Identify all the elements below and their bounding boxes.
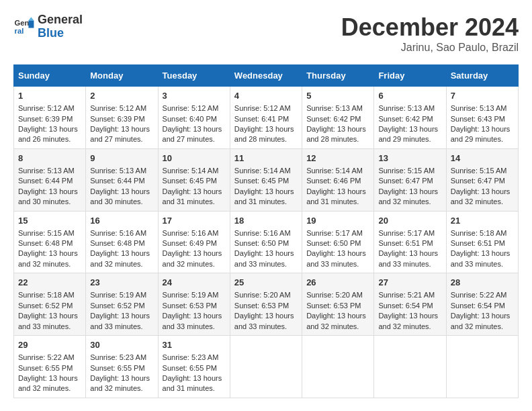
- day-number: 12: [306, 152, 369, 165]
- sunset-text: Sunset: 6:42 PM: [306, 115, 361, 123]
- daylight-text: Daylight: 13 hours and 28 minutes.: [306, 125, 366, 143]
- calendar-cell: 16 Sunrise: 5:16 AM Sunset: 6:48 PM Dayl…: [86, 211, 158, 273]
- sunset-text: Sunset: 6:54 PM: [451, 302, 505, 310]
- day-number: 19: [306, 215, 369, 227]
- sunrise-text: Sunrise: 5:13 AM: [18, 167, 75, 175]
- sunset-text: Sunset: 6:42 PM: [378, 115, 433, 123]
- day-number: 27: [378, 277, 441, 289]
- calendar-cell: 2 Sunrise: 5:12 AM Sunset: 6:39 PM Dayli…: [86, 87, 158, 149]
- sunset-text: Sunset: 6:51 PM: [451, 239, 505, 247]
- day-header-wednesday: Wednesday: [230, 65, 302, 87]
- day-header-monday: Monday: [86, 65, 158, 87]
- calendar-cell: 24 Sunrise: 5:19 AM Sunset: 6:53 PM Dayl…: [158, 273, 230, 336]
- daylight-text: Daylight: 13 hours and 33 minutes.: [18, 312, 78, 330]
- day-number: 31: [163, 339, 226, 351]
- calendar-cell: 29 Sunrise: 5:22 AM Sunset: 6:55 PM Dayl…: [14, 336, 86, 398]
- sunset-text: Sunset: 6:48 PM: [18, 239, 73, 247]
- sunset-text: Sunset: 6:48 PM: [90, 239, 144, 247]
- calendar-cell: [230, 336, 302, 398]
- day-header-thursday: Thursday: [302, 65, 374, 87]
- calendar-cell: 11 Sunrise: 5:14 AM Sunset: 6:45 PM Dayl…: [230, 148, 302, 211]
- calendar-week-0: 1 Sunrise: 5:12 AM Sunset: 6:39 PM Dayli…: [14, 87, 519, 149]
- logo-icon: Gene ral: [13, 16, 35, 38]
- day-number: 26: [306, 277, 369, 289]
- sunrise-text: Sunrise: 5:20 AM: [234, 291, 291, 299]
- sunset-text: Sunset: 6:47 PM: [378, 177, 433, 185]
- sunrise-text: Sunrise: 5:21 AM: [378, 291, 435, 299]
- daylight-text: Daylight: 13 hours and 31 minutes.: [163, 374, 222, 392]
- day-number: 21: [451, 215, 514, 227]
- sunrise-text: Sunrise: 5:23 AM: [90, 353, 146, 361]
- daylight-text: Daylight: 13 hours and 32 minutes.: [90, 374, 150, 392]
- day-number: 2: [90, 90, 153, 102]
- day-number: 4: [234, 90, 298, 102]
- sunset-text: Sunset: 6:39 PM: [90, 115, 144, 123]
- calendar-cell: 25 Sunrise: 5:20 AM Sunset: 6:53 PM Dayl…: [230, 273, 302, 336]
- daylight-text: Daylight: 13 hours and 33 minutes.: [451, 249, 511, 267]
- sunset-text: Sunset: 6:40 PM: [163, 115, 217, 123]
- calendar-cell: 28 Sunrise: 5:22 AM Sunset: 6:54 PM Dayl…: [446, 273, 518, 336]
- calendar-cell: 13 Sunrise: 5:15 AM Sunset: 6:47 PM Dayl…: [374, 148, 446, 211]
- calendar-cell: 27 Sunrise: 5:21 AM Sunset: 6:54 PM Dayl…: [374, 273, 446, 336]
- calendar-cell: 12 Sunrise: 5:14 AM Sunset: 6:46 PM Dayl…: [302, 148, 374, 211]
- calendar-cell: 1 Sunrise: 5:12 AM Sunset: 6:39 PM Dayli…: [14, 87, 86, 149]
- calendar-cell: 14 Sunrise: 5:15 AM Sunset: 6:47 PM Dayl…: [446, 148, 518, 211]
- day-number: 28: [451, 277, 514, 289]
- calendar-cell: 8 Sunrise: 5:13 AM Sunset: 6:44 PM Dayli…: [14, 148, 86, 211]
- calendar-week-1: 8 Sunrise: 5:13 AM Sunset: 6:44 PM Dayli…: [14, 148, 519, 211]
- calendar-table: SundayMondayTuesdayWednesdayThursdayFrid…: [13, 64, 519, 398]
- sunset-text: Sunset: 6:53 PM: [163, 302, 217, 310]
- sunrise-text: Sunrise: 5:19 AM: [163, 291, 219, 299]
- logo-text-line1: General: [38, 13, 83, 27]
- sunset-text: Sunset: 6:45 PM: [163, 177, 217, 185]
- calendar-cell: 7 Sunrise: 5:13 AM Sunset: 6:43 PM Dayli…: [446, 87, 518, 149]
- sunrise-text: Sunrise: 5:14 AM: [306, 167, 363, 175]
- page-header: Gene ral General Blue December 2024 Jari…: [13, 13, 519, 54]
- sunset-text: Sunset: 6:53 PM: [234, 302, 289, 310]
- sunset-text: Sunset: 6:55 PM: [90, 364, 144, 372]
- sunset-text: Sunset: 6:54 PM: [378, 302, 433, 310]
- sunset-text: Sunset: 6:45 PM: [234, 177, 289, 185]
- sunrise-text: Sunrise: 5:13 AM: [451, 104, 507, 112]
- sunrise-text: Sunrise: 5:15 AM: [378, 167, 435, 175]
- day-number: 14: [451, 152, 514, 165]
- sunrise-text: Sunrise: 5:19 AM: [90, 291, 146, 299]
- day-number: 8: [18, 152, 81, 165]
- logo-text-line2: Blue: [38, 27, 83, 40]
- sunrise-text: Sunrise: 5:17 AM: [306, 229, 363, 237]
- calendar-cell: 30 Sunrise: 5:23 AM Sunset: 6:55 PM Dayl…: [86, 336, 158, 398]
- calendar-cell: 15 Sunrise: 5:15 AM Sunset: 6:48 PM Dayl…: [14, 211, 86, 273]
- sunset-text: Sunset: 6:52 PM: [18, 302, 73, 310]
- day-header-friday: Friday: [374, 65, 446, 87]
- sunset-text: Sunset: 6:41 PM: [234, 115, 289, 123]
- calendar-cell: [446, 336, 518, 398]
- calendar-week-3: 22 Sunrise: 5:18 AM Sunset: 6:52 PM Dayl…: [14, 273, 519, 336]
- calendar-cell: 23 Sunrise: 5:19 AM Sunset: 6:52 PM Dayl…: [86, 273, 158, 336]
- daylight-text: Daylight: 13 hours and 33 minutes.: [306, 249, 366, 267]
- daylight-text: Daylight: 13 hours and 32 minutes.: [451, 312, 511, 330]
- day-number: 25: [234, 277, 298, 289]
- day-number: 9: [90, 152, 153, 165]
- location-subtitle: Jarinu, Sao Paulo, Brazil: [341, 42, 519, 54]
- calendar-header-row: SundayMondayTuesdayWednesdayThursdayFrid…: [14, 65, 519, 87]
- sunrise-text: Sunrise: 5:16 AM: [90, 229, 146, 237]
- sunset-text: Sunset: 6:52 PM: [90, 302, 144, 310]
- sunset-text: Sunset: 6:47 PM: [451, 177, 505, 185]
- sunrise-text: Sunrise: 5:15 AM: [451, 167, 507, 175]
- sunrise-text: Sunrise: 5:18 AM: [18, 291, 75, 299]
- sunset-text: Sunset: 6:49 PM: [163, 239, 217, 247]
- day-number: 5: [306, 90, 369, 102]
- calendar-cell: 21 Sunrise: 5:18 AM Sunset: 6:51 PM Dayl…: [446, 211, 518, 273]
- calendar-cell: 22 Sunrise: 5:18 AM Sunset: 6:52 PM Dayl…: [14, 273, 86, 336]
- daylight-text: Daylight: 13 hours and 27 minutes.: [90, 125, 150, 143]
- day-number: 11: [234, 152, 298, 165]
- day-number: 15: [18, 215, 81, 227]
- calendar-cell: 6 Sunrise: 5:13 AM Sunset: 6:42 PM Dayli…: [374, 87, 446, 149]
- daylight-text: Daylight: 13 hours and 31 minutes.: [234, 187, 294, 205]
- calendar-cell: 3 Sunrise: 5:12 AM Sunset: 6:40 PM Dayli…: [158, 87, 230, 149]
- sunset-text: Sunset: 6:55 PM: [163, 364, 217, 372]
- day-number: 13: [378, 152, 441, 165]
- daylight-text: Daylight: 13 hours and 28 minutes.: [234, 125, 294, 143]
- calendar-cell: 4 Sunrise: 5:12 AM Sunset: 6:41 PM Dayli…: [230, 87, 302, 149]
- sunset-text: Sunset: 6:53 PM: [306, 302, 361, 310]
